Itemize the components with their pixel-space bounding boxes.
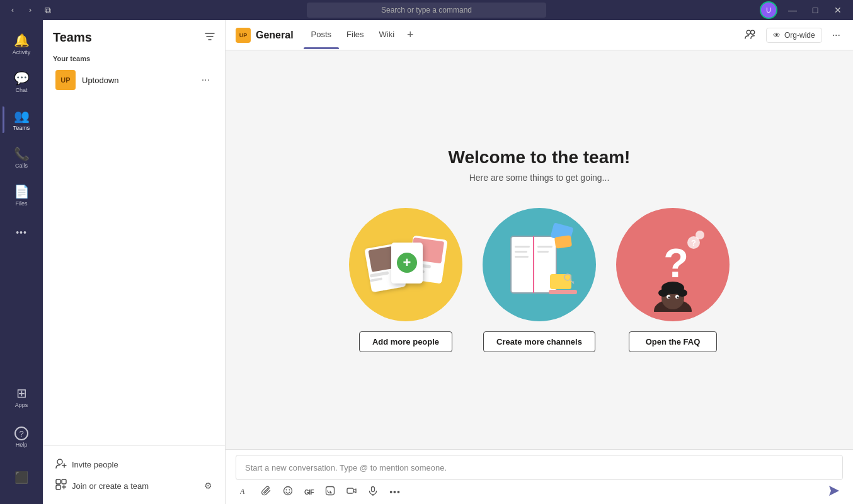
- tab-files-label: Files: [346, 30, 364, 39]
- tab-files[interactable]: Files: [339, 20, 371, 50]
- sidebar-item-activity[interactable]: 🔔 Activity: [3, 25, 40, 63]
- svg-point-42: [658, 289, 668, 297]
- svg-point-4: [747, 30, 750, 34]
- message-toolbar: A: [236, 480, 843, 501]
- tab-posts[interactable]: Posts: [304, 20, 340, 50]
- message-input[interactable]: Start a new conversation. Type @ to ment…: [236, 455, 843, 480]
- forward-button[interactable]: ›: [23, 3, 38, 18]
- close-button[interactable]: ✕: [828, 0, 848, 20]
- org-wide-label: Org-wide: [784, 31, 815, 40]
- join-create-button[interactable]: Join or create a team ⚙: [53, 475, 215, 496]
- minimize-button[interactable]: —: [782, 0, 803, 20]
- sidebar-item-files[interactable]: 📄 Files: [3, 176, 40, 214]
- svg-point-0: [57, 459, 62, 464]
- activity-icon: 🔔: [14, 33, 30, 48]
- send-button[interactable]: [828, 484, 840, 500]
- svg-rect-49: [347, 488, 353, 493]
- sidebar-item-more[interactable]: •••: [3, 214, 40, 252]
- format-button[interactable]: A: [238, 484, 252, 500]
- participants-button[interactable]: [742, 26, 759, 45]
- sidebar-item-help[interactable]: ? Help: [3, 418, 40, 456]
- tab-posts-label: Posts: [311, 30, 332, 39]
- message-area: Start a new conversation. Type @ to ment…: [226, 449, 853, 504]
- create-channels-button[interactable]: Create more channels: [483, 331, 595, 352]
- gear-icon[interactable]: ⚙: [204, 481, 212, 491]
- join-icon: [55, 479, 67, 493]
- audio-button[interactable]: [366, 484, 380, 500]
- channel-body: Welcome to the team! Here are some thing…: [226, 50, 853, 504]
- svg-point-39: [668, 297, 670, 299]
- video-button[interactable]: [345, 484, 358, 500]
- your-teams-label: Your teams: [43, 50, 225, 65]
- org-wide-button[interactable]: 👁 Org-wide: [766, 28, 822, 43]
- invite-people-button[interactable]: Invite people: [53, 454, 215, 475]
- attach-button[interactable]: [260, 484, 273, 500]
- add-tab-button[interactable]: +: [402, 20, 419, 50]
- filter-icon: [205, 32, 215, 42]
- back-button[interactable]: ‹: [5, 3, 20, 18]
- more-tools-button[interactable]: •••: [387, 485, 403, 499]
- title-bar: ‹ › ⧉ U — □ ✕: [0, 0, 853, 20]
- welcome-content: Welcome to the team! Here are some thing…: [324, 122, 755, 377]
- tab-wiki[interactable]: Wiki: [372, 20, 403, 50]
- title-bar-right: U — □ ✕: [760, 0, 853, 20]
- team-item[interactable]: UP Uptodown ···: [45, 65, 222, 95]
- svg-point-43: [677, 289, 687, 297]
- sidebar-item-teams[interactable]: 👥 Teams: [3, 101, 40, 139]
- svg-rect-20: [515, 251, 527, 253]
- svg-rect-2: [62, 479, 66, 484]
- sidebar-item-label: Teams: [13, 125, 30, 131]
- create-channels-card: Create more channels: [483, 208, 596, 352]
- channel-more-button[interactable]: ···: [830, 27, 843, 43]
- maximize-button[interactable]: □: [805, 0, 825, 20]
- join-label: Join or create a team: [72, 481, 149, 491]
- svg-rect-25: [554, 235, 572, 248]
- teams-title: Teams: [53, 30, 92, 45]
- open-external-button[interactable]: ⧉: [40, 3, 55, 18]
- teams-icon: 👥: [14, 108, 30, 123]
- svg-rect-22: [537, 246, 552, 248]
- avatar[interactable]: U: [760, 1, 777, 19]
- teams-panel: Teams Your teams UP Uptodown ···: [43, 20, 226, 504]
- gif-button[interactable]: GIF: [302, 487, 316, 498]
- sticker-button[interactable]: [323, 484, 337, 500]
- teams-panel-bottom: Invite people Join or create a team ⚙: [43, 445, 225, 504]
- search-input[interactable]: [307, 3, 546, 18]
- calls-icon: 📞: [14, 146, 30, 161]
- svg-rect-21: [515, 256, 529, 258]
- channel-name: General: [256, 30, 294, 41]
- svg-point-40: [677, 297, 679, 299]
- sidebar-bottom: ⊞ Apps ? Help ⬛: [3, 378, 40, 504]
- channel-team-badge: UP: [236, 28, 251, 43]
- apps-icon: ⊞: [16, 386, 27, 401]
- more-icon: ···: [832, 30, 840, 40]
- channel-header: UP General Posts Files Wiki +: [226, 20, 853, 50]
- main-content: UP General Posts Files Wiki +: [226, 20, 853, 504]
- emoji-button[interactable]: [281, 484, 295, 500]
- svg-text:?: ?: [691, 238, 696, 248]
- channel-main: Welcome to the team! Here are some thing…: [226, 50, 853, 449]
- welcome-subtitle: Here are some things to get going...: [349, 173, 730, 183]
- main-layout: 🔔 Activity 💬 Chat 👥 Teams 📞 Calls 📄 File…: [0, 20, 853, 504]
- add-people-button[interactable]: Add more people: [359, 331, 452, 352]
- sidebar-item-chat[interactable]: 💬 Chat: [3, 63, 40, 101]
- sidebar-item-calls[interactable]: 📞 Calls: [3, 139, 40, 176]
- action-cards: +: [349, 208, 730, 352]
- filter-button[interactable]: [205, 32, 215, 44]
- svg-rect-19: [515, 246, 530, 248]
- add-people-card: +: [349, 208, 462, 352]
- sidebar-item-device[interactable]: ⬛: [3, 459, 40, 496]
- svg-point-47: [289, 490, 290, 491]
- sidebar: 🔔 Activity 💬 Chat 👥 Teams 📞 Calls 📄 File…: [0, 20, 43, 504]
- team-more-button[interactable]: ···: [199, 73, 212, 87]
- sidebar-item-apps[interactable]: ⊞ Apps: [3, 378, 40, 416]
- title-bar-nav: ‹ › ⧉: [0, 3, 55, 18]
- tab-wiki-label: Wiki: [379, 30, 395, 39]
- faq-illustration: ? ?: [616, 208, 730, 321]
- help-icon: ?: [14, 427, 28, 440]
- open-faq-button[interactable]: Open the FAQ: [629, 331, 717, 352]
- more-icon: •••: [16, 227, 27, 238]
- svg-rect-3: [56, 485, 60, 490]
- svg-point-46: [286, 490, 287, 491]
- sidebar-item-label: Activity: [13, 49, 31, 55]
